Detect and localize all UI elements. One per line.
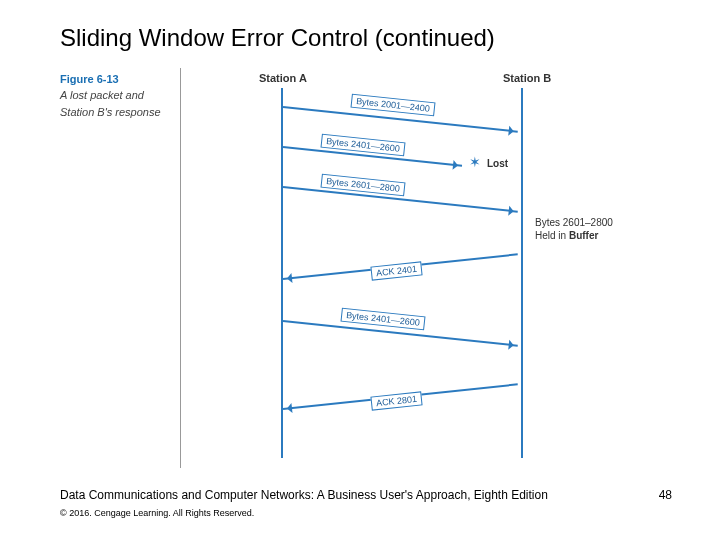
page-number: 48 — [659, 488, 672, 502]
buffer-note: Bytes 2601–2800 Held in Buffer — [535, 216, 613, 242]
copyright-text: © 2016. Cengage Learning. All Rights Res… — [60, 508, 254, 518]
protocol-diagram: Station A Station B Bytes 2001—2400 Byte… — [180, 68, 660, 468]
station-a-label: Station A — [259, 72, 307, 84]
footer-text: Data Communications and Computer Network… — [60, 488, 548, 502]
buffer-line2-prefix: Held in — [535, 230, 569, 241]
buffer-line1: Bytes 2601–2800 — [535, 217, 613, 228]
slide-title: Sliding Window Error Control (continued) — [60, 24, 495, 52]
msg-bytes-2001-2400: Bytes 2001—2400 — [350, 94, 435, 117]
buffer-line2-bold: Buffer — [569, 230, 598, 241]
lost-label: Lost — [487, 158, 508, 169]
station-b-label: Station B — [503, 72, 551, 84]
figure-caption-line1: A lost packet and — [60, 88, 180, 102]
figure-number: Figure 6-13 — [60, 72, 180, 86]
timeline-b — [521, 88, 523, 458]
lost-icon: ✶ — [469, 154, 481, 170]
figure-caption-line2: Station B's response — [60, 105, 180, 119]
figure-caption-block: Figure 6-13 A lost packet and Station B'… — [60, 72, 180, 119]
msg-ack-2401: ACK 2401 — [370, 261, 422, 280]
msg-ack-2801: ACK 2801 — [370, 391, 422, 410]
